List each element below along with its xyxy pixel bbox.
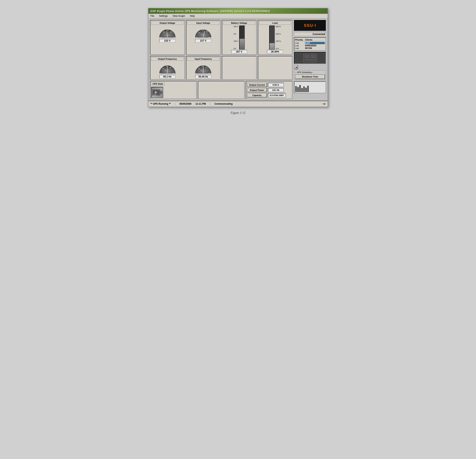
- svg-text:58: 58: [173, 73, 174, 74]
- status-date: 05/05/2006: [179, 102, 191, 105]
- title-bar-text: DSP Single-Phase Online UPS Monitoring S…: [150, 10, 270, 13]
- status-sep-1: |: [175, 102, 175, 105]
- svg-rect-36: [155, 94, 156, 95]
- client-row-1: Low NARENDER: [295, 44, 325, 47]
- client-name-1: NARENDER: [305, 45, 325, 47]
- output-current-btn[interactable]: Output Current: [247, 83, 267, 87]
- scroll-left-btn[interactable]: ◀: [294, 65, 298, 69]
- svg-text:Hz: Hz: [165, 70, 167, 71]
- ups-running-status: ** UPS Running **: [150, 102, 171, 105]
- client-name-2: DEYEN: [305, 47, 325, 49]
- svg-point-22: [167, 73, 168, 74]
- output-frequency-label: Output Frequency: [151, 57, 184, 61]
- arrow-icon: ⇒: [323, 102, 326, 106]
- output-current-value: 0.56 A: [268, 83, 284, 87]
- mini-bar-4: [301, 88, 303, 92]
- svg-text:290: 290: [208, 37, 211, 38]
- input-voltage-cell: Input Voltage 130 170 210 250: [186, 20, 221, 55]
- output-frequency-cell: Output Frequency 42 46 50 54: [150, 56, 185, 80]
- menu-file[interactable]: File: [150, 14, 155, 18]
- output-power-row: Output Power 132 VA: [247, 88, 291, 92]
- figure-caption: Figure 1·12: [231, 111, 246, 115]
- svg-point-30: [203, 73, 204, 74]
- gauge-grid-bottom: Output Frequency 42 46 50 54: [150, 56, 292, 80]
- input-frequency-value: 50.44 Hz: [195, 75, 211, 79]
- client-priority-1: Low: [295, 45, 305, 47]
- load-labels: 200 % 150 % 100 % 0 %: [276, 25, 281, 49]
- clients-header: Priority Clients: [295, 39, 325, 41]
- svg-text:42: 42: [159, 73, 161, 74]
- output-voltage-value: 232 V: [159, 39, 175, 42]
- logo-box: SSU·I: [294, 20, 326, 31]
- battery-fill: [240, 39, 244, 49]
- input-frequency-cell: Input Frequency 42 46 50 54: [186, 56, 221, 80]
- menu-settings[interactable]: Settings: [158, 14, 168, 18]
- client-priority-0: Low: [295, 42, 305, 44]
- output-voltage-label: Output Voltage: [151, 21, 184, 25]
- svg-text:270: 270: [173, 37, 175, 38]
- svg-rect-40: [310, 55, 316, 58]
- col-priority-header: Priority: [295, 39, 305, 41]
- output-info-cell: Output Current 0.56 A Output Power 132 V…: [246, 81, 292, 99]
- mini-graph: [294, 81, 326, 93]
- svg-text:50: 50: [202, 66, 204, 67]
- output-current-row: Output Current 0.56 A: [247, 83, 291, 87]
- load-gauge: 200 % 150 % 100 % 0 %: [269, 25, 281, 49]
- load-fill: [270, 43, 274, 49]
- svg-text:46: 46: [198, 68, 200, 69]
- menu-help[interactable]: Help: [189, 14, 196, 18]
- mini-bar-7: [307, 86, 309, 92]
- battery-bar: [239, 25, 245, 49]
- battery-voltage-cell: Battery Voltage 234 V OV 168 V UV: [222, 20, 257, 55]
- main-content: Output Voltage 190 210 230: [148, 18, 328, 101]
- load-cell: Load 200 % 150 % 100 % 0 %: [258, 20, 293, 55]
- input-frequency-label: Input Frequency: [187, 57, 220, 61]
- empty-cell-2: [258, 56, 293, 80]
- battery-voltage-label: Battery Voltage: [223, 21, 255, 25]
- scheduling-title: ─ UPS Scheduling ─: [295, 71, 325, 74]
- col-clients-header: Clients: [305, 39, 325, 41]
- svg-text:54: 54: [206, 67, 207, 68]
- mini-bar-6: [305, 88, 307, 92]
- empty-cell-1: [222, 56, 257, 80]
- menu-bar: File Settings View Graph Help: [148, 14, 328, 18]
- shutdown-time-btn[interactable]: Shutdown Time: [295, 74, 325, 79]
- mini-bar-5: [303, 86, 305, 92]
- output-frequency-gauge: 42 46 50 54 58 Hz: [158, 62, 176, 74]
- mini-bar-3: [299, 85, 301, 92]
- right-panel: SSU·I Connected Priority Clients Low AJA…: [294, 20, 326, 99]
- load-label: Load: [259, 21, 291, 25]
- svg-text:Hz: Hz: [201, 70, 203, 71]
- menu-view-graph[interactable]: View Graph: [172, 14, 186, 18]
- svg-text:58: 58: [209, 73, 210, 74]
- svg-text:170: 170: [198, 32, 200, 33]
- svg-text:250: 250: [170, 31, 172, 33]
- svg-text:46: 46: [162, 68, 164, 69]
- svg-rect-39: [304, 55, 310, 58]
- logo-text: SSU·I: [304, 23, 316, 28]
- capacity-btn[interactable]: Capacity: [247, 93, 267, 98]
- status-sep-2: |: [210, 102, 210, 105]
- svg-text:V: V: [201, 33, 203, 35]
- status-bar: ** UPS Running ** | 05/05/2006 11:11 PM …: [148, 101, 328, 107]
- scroll-row: ◀: [294, 65, 326, 69]
- ups-image-box: [294, 52, 326, 64]
- ups-right-icon: [302, 53, 318, 64]
- empty-middle: [198, 81, 244, 99]
- svg-text:210: 210: [202, 29, 204, 31]
- input-voltage-label: Input Voltage: [187, 21, 220, 25]
- svg-text:42: 42: [195, 73, 197, 74]
- output-power-btn[interactable]: Output Power: [247, 88, 267, 92]
- ups-state-icon: [151, 87, 163, 98]
- gauge-grid-top: Output Voltage 190 210 230: [150, 20, 292, 55]
- load-value: 26.40%: [267, 50, 283, 54]
- input-frequency-gauge: 42 46 50 54 58 Hz: [194, 62, 212, 74]
- bottom-section: UPS State: [150, 81, 292, 99]
- svg-point-6: [167, 37, 168, 38]
- output-frequency-value: 50.1 Hz: [159, 75, 175, 79]
- svg-point-14: [203, 37, 204, 38]
- svg-text:230: 230: [166, 29, 169, 31]
- load-bar: [269, 25, 275, 49]
- svg-text:210: 210: [163, 31, 165, 33]
- clients-box: Priority Clients Low AJAY Low NARENDER L…: [294, 37, 326, 51]
